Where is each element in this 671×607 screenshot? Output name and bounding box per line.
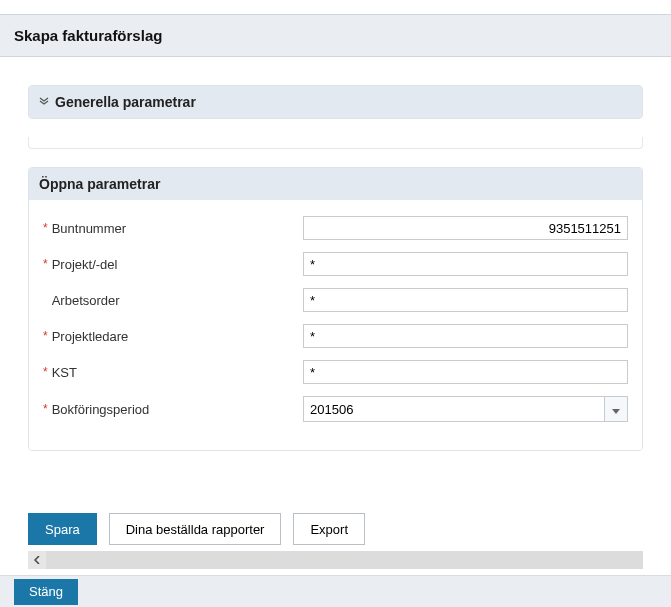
save-button[interactable]: Spara [28,513,97,545]
required-marker: * [43,366,48,378]
required-marker: * [43,330,48,342]
label-arbetsorder: Arbetsorder [52,293,120,308]
label-projekt: Projekt/-del [52,257,118,272]
panel-open-header[interactable]: Öppna parametrar [29,168,642,200]
content-area: Generella parametrar Öppna parametrar * … [0,55,671,469]
panel-general-parameters: Generella parametrar [28,85,643,119]
row-buntnummer: * Buntnummer [43,210,628,246]
scroll-left-arrow[interactable] [28,551,46,569]
button-bar: Spara Dina beställda rapporter Export [28,513,365,545]
panel-open-body: * Buntnummer * Projekt/-del * [29,200,642,450]
export-button[interactable]: Export [293,513,365,545]
scroll-track[interactable] [46,551,643,569]
label-kst: KST [52,365,77,380]
required-marker: * [43,222,48,234]
select-period [303,396,628,422]
chevron-down-icon [612,402,620,417]
chevron-left-icon [34,555,40,566]
dropdown-button-period[interactable] [604,396,628,422]
panel-general-title: Generella parametrar [55,94,196,110]
required-marker: * [43,403,48,415]
required-marker: * [43,258,48,270]
page-header: Skapa fakturaförslag [0,14,671,57]
panel-open-parameters: Öppna parametrar * Buntnummer * Projekt/… [28,167,643,451]
row-projekt: * Projekt/-del [43,246,628,282]
footer-bar: Stäng [0,575,671,607]
page-title: Skapa fakturaförslag [14,27,657,44]
input-kst[interactable] [303,360,628,384]
row-period: * Bokföringsperiod [43,390,628,428]
input-projekt[interactable] [303,252,628,276]
input-arbetsorder[interactable] [303,288,628,312]
close-button[interactable]: Stäng [14,579,78,605]
panel-general-header[interactable]: Generella parametrar [29,86,642,118]
horizontal-scrollbar[interactable] [28,551,643,569]
row-arbetsorder: * Arbetsorder [43,282,628,318]
input-projektledare[interactable] [303,324,628,348]
row-kst: * KST [43,354,628,390]
collapse-icon [39,96,49,108]
input-buntnummer[interactable] [303,216,628,240]
panel-open-title: Öppna parametrar [39,176,160,192]
ordered-reports-button[interactable]: Dina beställda rapporter [109,513,282,545]
panel-general-body-strip [28,137,643,149]
label-projektledare: Projektledare [52,329,129,344]
label-buntnummer: Buntnummer [52,221,126,236]
input-period[interactable] [303,396,628,422]
row-projektledare: * Projektledare [43,318,628,354]
label-period: Bokföringsperiod [52,402,150,417]
